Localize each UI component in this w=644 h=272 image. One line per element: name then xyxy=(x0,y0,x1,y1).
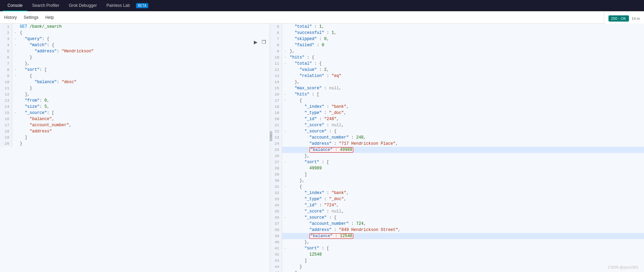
line-num-20: 20 xyxy=(0,141,12,147)
line-content-11: } xyxy=(18,85,270,91)
output-line-31: 31 - { xyxy=(270,184,644,190)
out-content-34: "_id" : "724", xyxy=(288,202,644,208)
line-content-15: "_source": [ xyxy=(18,110,270,116)
output-line-14: 14 }, xyxy=(270,79,644,85)
output-line-19: 19 "_type" : "_doc", xyxy=(270,110,644,116)
status-area: 200 - OK 14 m xyxy=(604,12,644,25)
output-line-42: 42 12548 xyxy=(270,251,644,258)
out-gutter-16: - xyxy=(282,91,288,98)
output-line-23: 23 "account_number" : 248, xyxy=(270,134,644,141)
line-num-13: 13 xyxy=(0,98,12,104)
out-content-17: { xyxy=(288,98,644,104)
out-line-num-27: 27 xyxy=(270,159,282,165)
editor-line-14: 14 "size": 5, xyxy=(0,104,270,110)
out-content-14: }, xyxy=(288,79,644,85)
editor-code-area[interactable]: 1 GET /bank/_search 2 - { 3 - "query": {… xyxy=(0,24,270,272)
out-line-num-28: 28 xyxy=(270,165,282,171)
editor-line-5: 5 "address": "Hendrickson" xyxy=(0,48,270,54)
out-line-num-39: 39 xyxy=(270,233,282,239)
out-line-num-31: 31 xyxy=(270,184,282,190)
line-num-14: 14 xyxy=(0,104,12,110)
line-content-7: }, xyxy=(18,61,270,67)
line-num-6: 6 xyxy=(0,54,12,61)
out-line-num-30: 30 xyxy=(270,178,282,184)
out-content-27: "sort" : [ xyxy=(288,159,644,165)
time-badge: 14 m xyxy=(632,16,640,21)
out-gutter-17: - xyxy=(282,98,288,104)
out-line-num-7: 7 xyxy=(270,36,282,42)
line-num-9: 9 xyxy=(0,73,12,79)
line-num-17: 17 xyxy=(0,122,12,128)
copy-button[interactable]: ❐ xyxy=(260,39,268,46)
editor-line-20: 20 } xyxy=(0,141,270,147)
output-line-6: 6 "successful" : 1, xyxy=(270,30,644,36)
out-line-num-29: 29 xyxy=(270,171,282,178)
output-line-33: 33 "_type" : "_doc", xyxy=(270,196,644,202)
out-gutter-31: - xyxy=(282,184,288,190)
line-num-15: 15 xyxy=(0,110,12,116)
out-line-num-32: 32 xyxy=(270,190,282,196)
editor-line-18: 18 "address" xyxy=(0,128,270,134)
line-content-17: "account_number", xyxy=(18,122,270,128)
output-line-44: 44 } xyxy=(270,264,644,270)
output-line-43: 43 ] xyxy=(270,258,644,264)
out-line-num-36: 36 xyxy=(270,215,282,221)
line-num-1: 1 xyxy=(0,24,12,30)
out-content-26: }, xyxy=(288,153,644,159)
output-line-7: 7 "skipped" : 0, xyxy=(270,36,644,42)
out-content-23: "account_number" : 248, xyxy=(288,134,644,141)
tab-grok-debugger[interactable]: Grok Debugger xyxy=(64,0,101,11)
out-line-num-33: 33 xyxy=(270,196,282,202)
run-button[interactable]: ▶ xyxy=(252,39,259,46)
output-line-45: 45 ] xyxy=(270,270,644,272)
editor-line-4: 4 - "match": { xyxy=(0,42,270,48)
out-line-num-14: 14 xyxy=(270,79,282,85)
line-num-19: 19 xyxy=(0,134,12,141)
tab-search-profiler[interactable]: Search Profiler xyxy=(27,0,64,11)
divider-handle[interactable]: | xyxy=(270,131,272,141)
out-content-30: }, xyxy=(288,178,644,184)
line-content-18: "address" xyxy=(18,128,270,134)
line-content-5: "address": "Hendrickson" xyxy=(18,48,270,54)
editor-line-7: 7 }, xyxy=(0,61,270,67)
out-content-9: }, xyxy=(288,48,644,54)
out-content-28: 49989 xyxy=(288,165,644,171)
second-nav: History Settings Help xyxy=(0,11,644,24)
tab-painless-lab[interactable]: Painless Lab xyxy=(101,0,135,11)
main-area: 1 GET /bank/_search 2 - { 3 - "query": {… xyxy=(0,24,644,272)
output-code-area[interactable]: 5 "total" : 1, 6 "successful" : 1, 7 "sk… xyxy=(270,24,644,272)
output-line-20: 20 "_id" : "248", xyxy=(270,116,644,122)
out-line-num-35: 35 xyxy=(270,208,282,215)
output-line-30: 30 }, xyxy=(270,178,644,184)
tab-console[interactable]: Console xyxy=(3,0,27,11)
out-content-7: "skipped" : 0, xyxy=(288,36,644,42)
out-content-42: 12548 xyxy=(288,251,644,258)
out-line-num-8: 8 xyxy=(270,42,282,48)
out-line-num-12: 12 xyxy=(270,67,282,73)
out-content-13: "relation" : "eq" xyxy=(288,73,644,79)
output-line-40: 40 }, xyxy=(270,239,644,245)
line-num-11: 11 xyxy=(0,85,12,91)
line-content-12: ], xyxy=(18,91,270,98)
out-line-num-13: 13 xyxy=(270,73,282,79)
nav-history[interactable]: History xyxy=(4,11,17,24)
line-content-8: "sort": [ xyxy=(18,67,270,73)
editor-line-19: 19 ] xyxy=(0,134,270,141)
line-gutter-2: - xyxy=(12,30,18,36)
line-num-5: 5 xyxy=(0,48,12,54)
nav-help[interactable]: Help xyxy=(45,11,54,24)
editor-line-13: 13 "from": 0, xyxy=(0,98,270,104)
out-line-num-40: 40 xyxy=(270,239,282,245)
output-line-13: 13 "relation" : "eq" xyxy=(270,73,644,79)
line-content-13: "from": 0, xyxy=(18,98,270,104)
output-line-12: 12 "value" : 2, xyxy=(270,67,644,73)
line-content-16: "balance", xyxy=(18,116,270,122)
line-num-16: 16 xyxy=(0,116,12,122)
output-line-38: 38 "address" : "849 Hendrickson Street", xyxy=(270,227,644,233)
out-content-10: "hits" : { xyxy=(288,54,644,61)
output-line-32: 32 "_index" : "bank", xyxy=(270,190,644,196)
out-line-num-16: 16 xyxy=(270,91,282,98)
nav-settings[interactable]: Settings xyxy=(24,11,38,24)
line-content-9: { xyxy=(18,73,270,79)
editor-panel: 1 GET /bank/_search 2 - { 3 - "query": {… xyxy=(0,24,270,272)
